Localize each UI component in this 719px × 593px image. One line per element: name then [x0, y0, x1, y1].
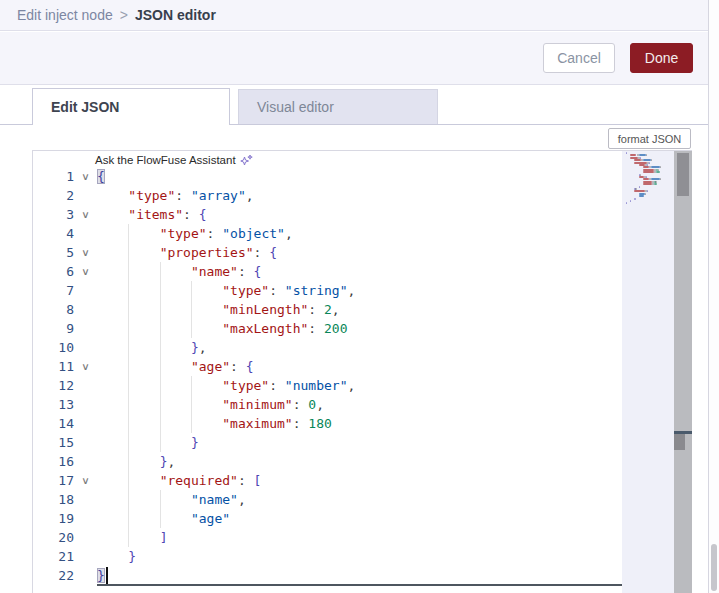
code-line[interactable]: 10 },	[33, 338, 622, 357]
edit-dialog: Edit inject node > JSON editor Cancel Do…	[0, 0, 709, 593]
line-number: 8	[33, 300, 74, 319]
line-number: 14	[33, 414, 74, 433]
fold-chevron-icon[interactable]: ∨	[71, 167, 100, 186]
line-number: 16	[33, 452, 74, 471]
code-line[interactable]: 17∨ "required": [	[33, 471, 622, 490]
page-scrollbar-thumb[interactable]	[711, 544, 717, 591]
editor-scrollbar-track[interactable]	[674, 151, 692, 593]
fold-chevron-icon[interactable]: ∨	[71, 205, 100, 224]
code-line[interactable]: 22}	[33, 566, 622, 585]
dialog-content: Edit JSON Visual editor format JSON Ask …	[0, 85, 708, 593]
line-number: 6	[33, 262, 74, 281]
code-line[interactable]: 2 "type": "array",	[33, 186, 622, 205]
text-cursor	[106, 567, 108, 584]
code-line[interactable]: 4 "type": "object",	[33, 224, 622, 243]
line-number: 1	[33, 167, 74, 186]
current-line-border	[97, 584, 622, 586]
fold-chevron-icon[interactable]: ∨	[71, 243, 100, 262]
line-number: 17	[33, 471, 74, 490]
page-title: JSON editor	[135, 7, 216, 23]
code-line[interactable]: 16 },	[33, 452, 622, 471]
code-line[interactable]: 1∨{	[33, 167, 622, 186]
line-number: 5	[33, 243, 74, 262]
tab-edit-json[interactable]: Edit JSON	[32, 88, 230, 125]
code-line[interactable]: 20 ]	[33, 528, 622, 547]
code-line[interactable]: 7 "type": "string",	[33, 281, 622, 300]
code-line[interactable]: 15 }	[33, 433, 622, 452]
line-number: 19	[33, 509, 74, 528]
code-line[interactable]: 12 "type": "number",	[33, 376, 622, 395]
line-number: 22	[33, 566, 74, 585]
minimap[interactable]	[622, 151, 674, 593]
page-scrollbar-track[interactable]	[709, 0, 719, 593]
done-button[interactable]: Done	[630, 43, 693, 73]
editor-scrollbar-thumb[interactable]	[677, 153, 689, 196]
fold-chevron-icon[interactable]: ∨	[71, 357, 100, 376]
line-number: 15	[33, 433, 74, 452]
dialog-action-bar: Cancel Done	[0, 32, 708, 85]
code-line[interactable]: 21 }	[33, 547, 622, 566]
code-line[interactable]: 6∨ "name": {	[33, 262, 622, 281]
code-line[interactable]: 5∨ "properties": {	[33, 243, 622, 262]
line-number: 12	[33, 376, 74, 395]
line-number: 20	[33, 528, 74, 547]
fold-chevron-icon[interactable]: ∨	[71, 262, 100, 281]
breadcrumb-separator: >	[120, 7, 128, 23]
code-line[interactable]: 18 "name",	[33, 490, 622, 509]
sparkles-icon	[240, 154, 253, 167]
code-line[interactable]: 13 "minimum": 0,	[33, 395, 622, 414]
assistant-prompt-label: Ask the FlowFuse Assistant	[95, 154, 236, 166]
breadcrumb-parent-link[interactable]: Edit inject node	[17, 7, 113, 23]
cancel-button[interactable]: Cancel	[543, 43, 615, 73]
line-number: 10	[33, 338, 74, 357]
fold-chevron-icon[interactable]: ∨	[71, 471, 100, 490]
scrollbar-decoration-thumb[interactable]	[674, 434, 685, 450]
line-number: 21	[33, 547, 74, 566]
line-number: 13	[33, 395, 74, 414]
line-number: 2	[33, 186, 74, 205]
code-line[interactable]: 3∨ "items": {	[33, 205, 622, 224]
code-line[interactable]: 8 "minLength": 2,	[33, 300, 622, 319]
format-json-button[interactable]: format JSON	[608, 128, 691, 149]
json-code-editor[interactable]: Ask the FlowFuse Assistant 1∨{2 "type": …	[32, 150, 692, 593]
line-number: 7	[33, 281, 74, 300]
line-number: 9	[33, 319, 74, 338]
code-line[interactable]: 19 "age"	[33, 509, 622, 528]
tab-visual-editor[interactable]: Visual editor	[238, 89, 438, 125]
assistant-prompt[interactable]: Ask the FlowFuse Assistant	[95, 153, 253, 167]
line-number: 3	[33, 205, 74, 224]
line-number: 11	[33, 357, 74, 376]
code-lines[interactable]: 1∨{2 "type": "array",3∨ "items": {4 "typ…	[33, 151, 622, 593]
code-line[interactable]: 9 "maxLength": 200	[33, 319, 622, 338]
breadcrumb: Edit inject node > JSON editor	[0, 0, 708, 31]
code-line[interactable]: 11∨ "age": {	[33, 357, 622, 376]
line-number: 4	[33, 224, 74, 243]
code-line[interactable]: 14 "maximum": 180	[33, 414, 622, 433]
line-number: 18	[33, 490, 74, 509]
